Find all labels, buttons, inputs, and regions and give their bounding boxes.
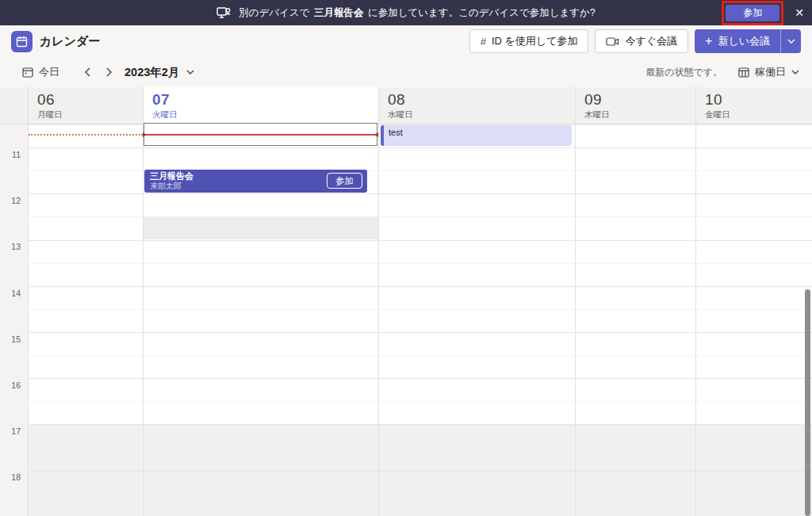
calendar-today-icon <box>22 67 33 78</box>
band-bottom-border <box>0 124 812 124</box>
grid-line <box>28 147 812 148</box>
grid-line <box>28 309 812 310</box>
view-selector-button[interactable]: 稼働日 <box>738 65 799 79</box>
time-label: 18 <box>0 472 21 482</box>
calendar-grid[interactable]: 11 12 13 14 15 16 17 18 三月報告会 来部太郎 参加 te… <box>0 124 812 516</box>
month-picker-button[interactable]: 2023年2月 <box>124 65 194 80</box>
grid-line <box>28 263 812 264</box>
page-title: カレンダー <box>40 34 100 49</box>
event-join-button[interactable]: 参加 <box>327 173 362 189</box>
grid-line <box>28 332 812 333</box>
calendar-app-icon <box>11 31 33 52</box>
current-time-line-dotted <box>29 134 143 136</box>
banner-text: 別のデバイスで 三月報告会 に参加しています。このデバイスで参加しますか? <box>239 6 596 20</box>
grid-line <box>28 447 812 448</box>
time-gutter <box>0 124 28 516</box>
join-with-id-button[interactable]: # ID を使用して参加 <box>469 29 589 53</box>
time-label: 14 <box>0 289 21 298</box>
date-navigation <box>80 67 117 77</box>
new-meeting-button[interactable]: + 新しい会議 <box>695 29 780 53</box>
event-meeting[interactable]: 三月報告会 来部太郎 参加 <box>144 170 367 193</box>
day-header-06[interactable]: 06 月曜日 <box>37 91 63 120</box>
toolbar-right: 最新の状態です。 稼働日 <box>645 65 799 79</box>
header-actions: # ID を使用して参加 今すぐ会議 + 新しい会議 <box>469 29 801 53</box>
grid-line <box>28 240 812 241</box>
event-title: test <box>389 128 403 137</box>
grid-line <box>28 378 812 379</box>
grid-line <box>28 355 812 356</box>
today-column-highlight <box>143 87 378 124</box>
number-sign-icon: # <box>481 36 486 48</box>
meet-now-button[interactable]: 今すぐ会議 <box>595 29 688 53</box>
grid-line <box>28 424 812 425</box>
grid-line <box>28 286 812 287</box>
video-camera-icon <box>606 36 619 47</box>
annotation-highlight: 参加 <box>722 1 783 25</box>
join-notification-banner: 別のデバイスで 三月報告会 に参加しています。このデバイスで参加しますか? 参加… <box>0 0 812 25</box>
time-label: 12 <box>0 196 21 205</box>
day-header-07[interactable]: 07 火曜日 <box>152 91 178 120</box>
chevron-down-icon <box>791 70 799 75</box>
new-meeting-dropdown-button[interactable] <box>780 29 801 53</box>
banner-controls: 参加 ✕ <box>722 0 804 25</box>
vertical-scrollbar-thumb[interactable] <box>805 289 810 516</box>
event-test[interactable]: test <box>381 125 572 146</box>
calendar-toolbar: 今日 2023年2月 最新の状態です。 <box>0 57 812 87</box>
plus-icon: + <box>705 35 712 48</box>
time-label: 16 <box>0 380 21 390</box>
chevron-down-icon <box>787 39 795 44</box>
toolbar-left: 今日 2023年2月 <box>13 65 194 80</box>
teams-calendar-page: 別のデバイスで 三月報告会 に参加しています。このデバイスで参加しますか? 参加… <box>0 0 812 516</box>
grid-line <box>28 401 812 402</box>
banner-join-button[interactable]: 参加 <box>726 5 779 21</box>
day-header-09[interactable]: 09 木曜日 <box>584 91 610 120</box>
close-icon[interactable]: ✕ <box>795 7 804 18</box>
new-meeting-split-button: + 新しい会議 <box>695 29 801 53</box>
sync-status-text: 最新の状態です。 <box>645 66 722 79</box>
time-label: 17 <box>0 426 21 436</box>
calendar-header: カレンダー # ID を使用して参加 今すぐ会議 + 新しい会議 <box>0 25 812 57</box>
time-label: 13 <box>0 242 21 251</box>
busy-time-band <box>144 216 378 239</box>
banner-meeting-name: 三月報告会 <box>314 7 364 18</box>
grid-line <box>28 494 812 495</box>
day-header-10[interactable]: 10 金曜日 <box>705 91 730 120</box>
work-week-icon <box>738 67 749 78</box>
grid-line <box>28 193 812 194</box>
chevron-down-icon <box>186 70 194 75</box>
time-label: 11 <box>0 150 21 159</box>
time-label: 15 <box>0 334 21 344</box>
meeting-join-icon <box>216 6 231 19</box>
day-header-08[interactable]: 08 水曜日 <box>388 91 413 120</box>
banner-message: 別のデバイスで 三月報告会 に参加しています。このデバイスで参加しますか? <box>216 6 596 20</box>
chevron-left-icon[interactable] <box>80 67 95 77</box>
today-button[interactable]: 今日 <box>22 65 59 79</box>
current-time-line <box>143 134 378 136</box>
chevron-right-icon[interactable] <box>102 67 117 77</box>
grid-line <box>28 471 812 472</box>
